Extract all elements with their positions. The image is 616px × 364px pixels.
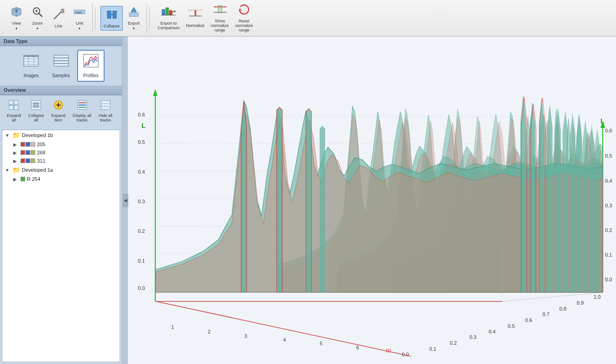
normalize-button[interactable]: Normalize bbox=[184, 6, 208, 30]
svg-rect-54 bbox=[101, 100, 110, 110]
show-normalize-label: Shownormalizerange bbox=[211, 19, 229, 32]
developed-1a-label: Developed 1a bbox=[22, 167, 53, 173]
line-label: Line bbox=[54, 24, 62, 28]
display-all-tracks-label: Display alltracks bbox=[73, 113, 91, 122]
tree-item-developed-1a[interactable]: ▼ 📁 Developed 1a bbox=[2, 165, 120, 175]
line-icon bbox=[52, 8, 65, 23]
hide-all-tracks-button[interactable]: Hide alltracks bbox=[95, 98, 116, 124]
svg-rect-14 bbox=[162, 10, 165, 15]
images-button[interactable]: Images bbox=[17, 50, 45, 82]
svg-text:3: 3 bbox=[244, 333, 247, 339]
svg-text:0.2: 0.2 bbox=[605, 227, 612, 233]
arrow-268: ▶ bbox=[13, 150, 19, 155]
svg-point-0 bbox=[15, 10, 18, 12]
svg-text:0.9: 0.9 bbox=[577, 300, 584, 306]
svg-line-2 bbox=[39, 13, 42, 16]
svg-text:0.8: 0.8 bbox=[559, 306, 566, 311]
svg-text:0.6: 0.6 bbox=[138, 112, 145, 117]
hide-all-tracks-label: Hide alltracks bbox=[99, 113, 112, 122]
export-comparison-icon bbox=[161, 6, 176, 21]
item-311-label: 311 bbox=[37, 158, 45, 164]
arrow-311: ▶ bbox=[13, 158, 19, 164]
zoom-button[interactable]: Zoom ▾ bbox=[27, 3, 47, 33]
tree-item-205[interactable]: ▶ 205 bbox=[2, 140, 120, 148]
collapse-label: Collapse bbox=[104, 24, 120, 28]
data-type-header: Data Type bbox=[0, 37, 122, 46]
svg-text:0.5: 0.5 bbox=[138, 139, 145, 145]
reset-normalize-range-button[interactable]: Resetnormalizerange bbox=[232, 2, 256, 34]
export-button[interactable]: Export ▾ bbox=[124, 3, 144, 33]
view-label: View bbox=[12, 21, 21, 26]
svg-text:0.2: 0.2 bbox=[138, 228, 145, 234]
overview-toolbar: Expandall Collapseall bbox=[4, 98, 118, 124]
svg-marker-13 bbox=[131, 7, 137, 12]
collapse-all-button[interactable]: Collapseall bbox=[25, 98, 47, 124]
collapse-icon bbox=[105, 8, 118, 23]
tree-panel: ▼ 📁 Developed 1b ▶ 205 ▶ bbox=[2, 130, 120, 362]
show-normalize-range-button[interactable]: Shownormalizerange bbox=[208, 2, 232, 34]
view-button[interactable]: View ▾ bbox=[6, 3, 26, 33]
collapse-all-icon bbox=[31, 100, 41, 112]
collapse-arrow[interactable]: ◀ bbox=[123, 194, 128, 207]
arrow-developed-1a: ▼ bbox=[5, 168, 11, 173]
expand-all-button[interactable]: Expandall bbox=[4, 98, 24, 124]
svg-text:1: 1 bbox=[171, 324, 174, 330]
overview-panel: Expandall Collapseall bbox=[0, 95, 122, 130]
unit-icon: mm bbox=[73, 5, 86, 20]
zoom-label: Zoom bbox=[32, 21, 42, 26]
svg-text:0.0: 0.0 bbox=[605, 277, 612, 282]
svg-rect-15 bbox=[166, 8, 168, 15]
profiles-button[interactable]: Profiles bbox=[77, 50, 105, 82]
hide-all-tracks-icon bbox=[100, 100, 111, 112]
expand-item-button[interactable]: Expanditem bbox=[48, 98, 69, 124]
expand-all-label: Expandall bbox=[7, 113, 21, 122]
item-r254-label: R 254 bbox=[27, 176, 40, 182]
svg-text:6: 6 bbox=[356, 345, 359, 350]
collapse-button[interactable]: Collapse bbox=[100, 6, 123, 31]
svg-text:0.2: 0.2 bbox=[450, 340, 457, 346]
folder-icon-1b: 📁 bbox=[12, 132, 20, 139]
expand-all-icon bbox=[9, 100, 19, 112]
svg-rect-39 bbox=[9, 100, 13, 105]
left-panel: Data Type Images bbox=[0, 37, 122, 364]
unit-label: Unit bbox=[76, 21, 83, 26]
swatch-268 bbox=[21, 150, 35, 155]
item-268-label: 268 bbox=[37, 150, 45, 155]
profiles-icon bbox=[83, 53, 99, 71]
collapse-all-label: Collapseall bbox=[28, 113, 44, 122]
export-comparison-label: Export toComparison bbox=[158, 21, 180, 30]
tree-item-developed-1b[interactable]: ▼ 📁 Developed 1b bbox=[2, 130, 120, 140]
svg-text:1.0: 1.0 bbox=[594, 294, 600, 300]
svg-text:L: L bbox=[142, 122, 146, 129]
export-label: Export bbox=[128, 21, 140, 26]
svg-marker-26 bbox=[239, 8, 242, 11]
display-all-tracks-button[interactable]: Display alltracks bbox=[69, 98, 95, 124]
svg-rect-28 bbox=[24, 55, 38, 57]
svg-text:mm: mm bbox=[76, 11, 82, 15]
normalize-toolbar-group: Export toComparison Normalize Shownorm bbox=[152, 2, 258, 34]
unit-button[interactable]: mm Unit ▾ bbox=[69, 3, 90, 33]
svg-rect-9 bbox=[107, 11, 111, 18]
arrow-developed-1b: ▼ bbox=[5, 133, 11, 138]
panel-collapse-handle[interactable]: ◀ bbox=[122, 37, 128, 364]
svg-text:0.5: 0.5 bbox=[605, 153, 612, 158]
tree-item-268[interactable]: ▶ 268 bbox=[2, 148, 120, 157]
arrow-205: ▶ bbox=[13, 142, 19, 147]
overview-header: Overview bbox=[0, 85, 122, 95]
view-icon bbox=[10, 5, 23, 20]
line-button[interactable]: Line bbox=[48, 6, 68, 31]
tree-item-r254[interactable]: ▶ R 254 bbox=[2, 175, 120, 183]
svg-rect-42 bbox=[14, 106, 18, 110]
normalize-icon bbox=[188, 8, 203, 23]
tree-item-311[interactable]: ▶ 311 bbox=[2, 157, 120, 165]
swatch-205 bbox=[21, 142, 35, 147]
samples-button[interactable]: Samples bbox=[47, 50, 75, 82]
normalize-label: Normalize bbox=[186, 23, 205, 28]
svg-rect-21 bbox=[195, 10, 196, 16]
export-comparison-button[interactable]: Export toComparison bbox=[155, 4, 183, 32]
collapse-toolbar-group: Collapse Export ▾ bbox=[98, 3, 147, 33]
svg-text:5: 5 bbox=[320, 341, 322, 346]
svg-text:2: 2 bbox=[208, 329, 211, 334]
svg-rect-41 bbox=[9, 106, 13, 110]
folder-icon-1a: 📁 bbox=[12, 166, 20, 174]
